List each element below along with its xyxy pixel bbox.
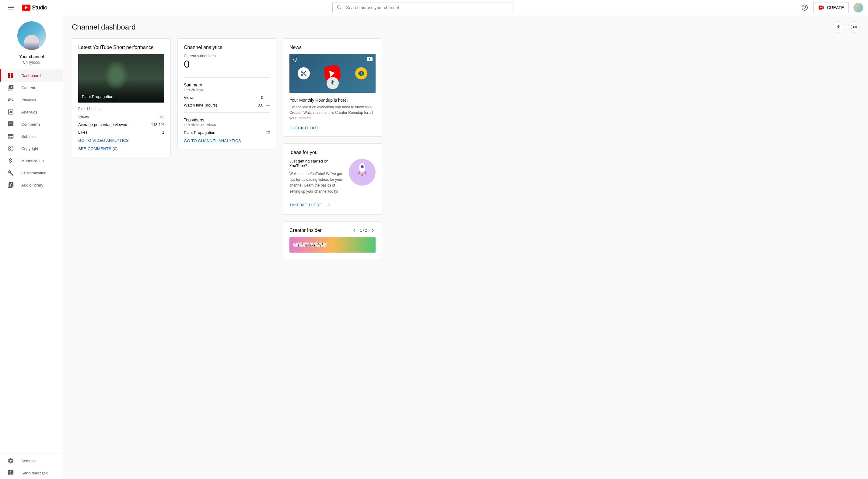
insider-header: Creator Insider 1 / 2 — [289, 228, 376, 233]
top-video-row[interactable]: Plant Propagation 22 — [184, 130, 270, 135]
hamburger-menu-button[interactable] — [5, 2, 17, 14]
ideas-body: Just getting started on YouTube? Welcome… — [289, 159, 376, 194]
dashboard-icon — [7, 72, 14, 79]
stat-views: Views 22 — [78, 115, 164, 119]
svg-point-8 — [329, 206, 330, 206]
trend-dash: — — [266, 103, 270, 107]
nav-audio[interactable]: Audio library — [0, 179, 63, 191]
cut-icon — [298, 67, 310, 79]
chevron-left-icon[interactable] — [351, 228, 357, 233]
latest-short-title: Latest YouTube Short performance — [78, 45, 164, 50]
news-headline: Your Monthly Roundup is here! — [289, 98, 376, 102]
channel-avatar[interactable] — [17, 21, 46, 50]
video-thumbnail[interactable]: Plant Propagation — [78, 54, 164, 102]
insider-thumb-text: MEET RENE: — [293, 243, 327, 247]
dashboard-columns: Latest YouTube Short performance Plant P… — [72, 38, 860, 259]
nav-dashboard[interactable]: Dashboard — [0, 69, 63, 82]
nav-content[interactable]: Content — [0, 82, 63, 94]
ideas-card: Ideas for you Just getting started on Yo… — [283, 143, 382, 215]
rocket-icon — [349, 159, 376, 186]
content-icon — [7, 84, 14, 91]
monetization-icon — [7, 157, 14, 164]
search-box[interactable] — [332, 2, 514, 13]
channel-analytics-card: Channel analytics Current subscribers 0 … — [178, 38, 276, 150]
sync-icon — [292, 57, 298, 63]
see-comments-link[interactable]: SEE COMMENTS (0) — [78, 147, 164, 151]
subs-count: 0 — [184, 58, 270, 70]
subtitles-icon — [7, 133, 14, 140]
pager-text: 1 / 2 — [360, 228, 367, 232]
divider — [184, 112, 270, 113]
comments-icon — [7, 121, 14, 128]
channel-analytics-link[interactable]: GO TO CHANNEL ANALYTICS — [184, 138, 270, 143]
channel-label: Your channel — [19, 54, 44, 59]
help-button[interactable] — [799, 2, 811, 14]
header: Studio CREATE — [0, 0, 868, 15]
video-analytics-link[interactable]: GO TO VIDEO ANALYTICS — [78, 138, 164, 143]
hamburger-icon — [7, 4, 14, 11]
search-input[interactable] — [346, 5, 509, 10]
column-1: Latest YouTube Short performance Plant P… — [72, 38, 171, 157]
create-button[interactable]: CREATE — [813, 2, 848, 13]
customization-icon — [7, 169, 14, 176]
svg-point-5 — [361, 165, 364, 168]
insider-thumbnail[interactable]: MEET RENE: — [289, 237, 376, 253]
go-live-button[interactable] — [848, 21, 860, 33]
column-3: News Your Monthly Roundup is here! Get t… — [283, 38, 382, 259]
summary-title: Summary — [184, 83, 270, 87]
account-avatar[interactable] — [854, 3, 863, 12]
logo-text: Studio — [32, 4, 47, 11]
video-thumbnail-title: Plant Propagation — [82, 94, 113, 99]
insider-pager: 1 / 2 — [351, 228, 376, 233]
live-icon — [850, 24, 857, 30]
nav-comments[interactable]: Comments — [0, 118, 63, 130]
svg-point-2 — [853, 26, 855, 28]
stat-likes: Likes 1 — [78, 130, 164, 134]
warning-icon — [355, 67, 367, 79]
news-image — [289, 54, 376, 93]
page-title: Channel dashboard — [72, 23, 136, 31]
ideas-desc: Welcome to YouTube! We've got tips for u… — [289, 171, 344, 194]
main: Channel dashboard Latest YouTube Short p… — [63, 15, 868, 265]
insider-title: Creator Insider — [289, 228, 322, 233]
analytics-icon — [7, 109, 14, 115]
playlists-icon — [7, 96, 14, 103]
youtube-icon — [22, 5, 30, 11]
ideas-title: Ideas for you — [289, 150, 376, 155]
news-title: News — [289, 45, 376, 50]
nav-analytics[interactable]: Analytics — [0, 106, 63, 118]
logo[interactable]: Studio — [22, 4, 47, 11]
nav-subtitles[interactable]: Subtitles — [0, 130, 63, 142]
first-hours-label: First 11 hours: — [78, 107, 164, 111]
search-icon — [336, 5, 342, 11]
nav-playlists[interactable]: Playlists — [0, 94, 63, 106]
channel-info: Your channel Chillyn555 — [0, 15, 63, 69]
latest-short-card: Latest YouTube Short performance Plant P… — [72, 38, 171, 157]
yt-mini-icon — [367, 57, 373, 62]
create-label: CREATE — [827, 5, 844, 10]
nav-customization[interactable]: Customization — [0, 167, 63, 179]
ideas-link[interactable]: TAKE ME THERE — [289, 203, 322, 207]
divider — [184, 77, 270, 77]
nav-items: Dashboard Content Playlists Analytics Co… — [0, 69, 63, 265]
header-right: CREATE — [799, 2, 863, 14]
help-icon — [801, 4, 808, 11]
page-header: Channel dashboard — [72, 21, 860, 33]
news-link[interactable]: CHECK IT OUT — [289, 126, 376, 130]
nav-copyright[interactable]: Copyright — [0, 142, 63, 155]
kebab-menu-button[interactable] — [326, 202, 332, 208]
summary-sub: Last 28 days — [184, 88, 270, 92]
nav-monetization[interactable]: Monetization — [0, 155, 63, 167]
page-actions — [833, 21, 860, 33]
summary-watch: Watch time (hours) 0.0— — [184, 103, 270, 107]
creator-insider-card: Creator Insider 1 / 2 MEET RENE: — [283, 221, 382, 259]
kebab-icon — [326, 202, 332, 207]
upload-button[interactable] — [833, 21, 844, 33]
news-card: News Your Monthly Roundup is here! Get t… — [283, 38, 382, 137]
chevron-right-icon[interactable] — [370, 228, 376, 233]
svg-point-7 — [329, 204, 330, 205]
top-title: Top videos — [184, 118, 270, 122]
upload-icon — [835, 24, 841, 30]
summary-views: Views 0— — [184, 95, 270, 100]
create-icon — [818, 4, 825, 11]
